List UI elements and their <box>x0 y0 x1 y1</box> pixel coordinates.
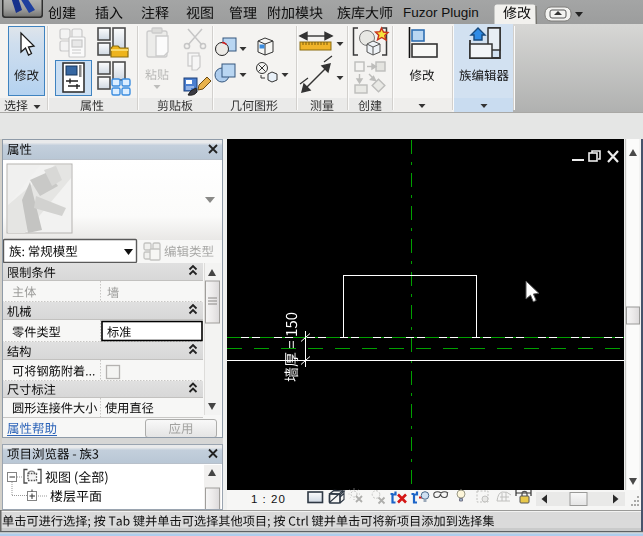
svg-text:Fuzor Plugin: Fuzor Plugin <box>403 5 479 20</box>
svg-text:1 : 20: 1 : 20 <box>251 493 286 505</box>
